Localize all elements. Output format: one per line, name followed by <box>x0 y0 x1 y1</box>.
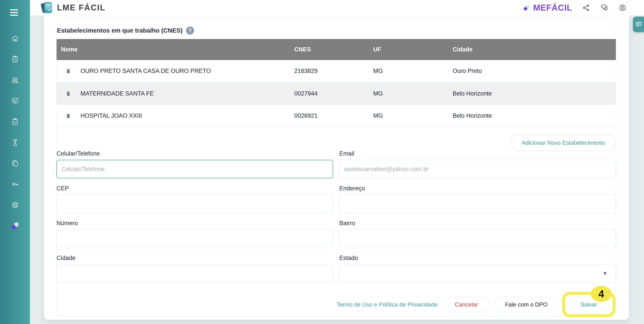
estado-select[interactable]: ▼ <box>339 264 616 283</box>
main-panel: Estabelecimentos em que trabalho (CNES) … <box>44 15 629 320</box>
email-input[interactable] <box>339 160 616 178</box>
field-endereco: Endereço <box>339 185 616 213</box>
header-actions: MEFÁCIL <box>522 3 627 13</box>
form-footer: Termo de Uso e Política de Privacidade C… <box>337 292 616 317</box>
cidade-input[interactable] <box>56 264 333 283</box>
presentation-chart-icon <box>11 97 19 105</box>
app-logo: LME FÁCIL <box>40 1 106 14</box>
column-header: UF <box>373 46 452 53</box>
field-label: Cidade <box>56 255 333 262</box>
establishment-name: OURO PRETO SANTA CASA DE OURO PRETO <box>80 68 211 74</box>
trash-icon[interactable] <box>66 90 71 97</box>
add-establishment-button[interactable]: Adicionar Novo Estabelecimento <box>511 135 616 151</box>
trash-icon[interactable] <box>66 68 71 74</box>
establishment-uf: MG <box>373 68 452 74</box>
clipboard-list-icon <box>11 55 19 63</box>
home-icon <box>11 34 19 42</box>
establishment-uf: MG <box>373 90 452 97</box>
establishment-uf: MG <box>373 112 452 119</box>
pill-icon <box>9 220 21 232</box>
field-cep: CEP <box>56 185 333 213</box>
field-label: CEP <box>56 185 333 192</box>
sidebar-item-mefacil[interactable] <box>9 219 22 232</box>
sidebar-item-history[interactable] <box>9 136 22 149</box>
hourglass-icon <box>11 138 19 146</box>
establishment-name: HOSPITAL JOAO XXIII <box>80 112 142 119</box>
sidebar-nav <box>9 32 22 232</box>
field-label: Endereço <box>339 185 616 192</box>
account-icon[interactable] <box>618 3 627 12</box>
cep-input[interactable] <box>56 195 333 213</box>
establishment-city: Belo Horizonte <box>452 90 616 97</box>
cancel-button[interactable]: Cancelar <box>442 297 490 312</box>
establishment-city: Belo Horizonte <box>452 112 616 119</box>
documents-icon <box>11 159 19 167</box>
sidebar-item-tasks[interactable] <box>9 115 22 128</box>
share-icon[interactable] <box>582 3 590 12</box>
table-row: MATERNIDADE SANTA FE 0027944 MG Belo Hor… <box>56 82 616 105</box>
messages-icon[interactable] <box>600 3 608 12</box>
mefacil-logo: MEFÁCIL <box>522 3 572 13</box>
field-email: Email <box>339 150 616 178</box>
field-cidade: Cidade <box>56 255 333 283</box>
field-numero: Número <box>56 220 333 248</box>
pill-icon <box>522 3 531 12</box>
field-label: Número <box>56 220 333 227</box>
bairro-input[interactable] <box>339 229 616 248</box>
annotation-badge: 4 <box>591 286 612 302</box>
key-icon <box>11 180 19 188</box>
column-header: Nome <box>56 46 294 53</box>
menu-icon[interactable] <box>10 8 20 17</box>
establishment-cnes: 0026921 <box>294 112 373 119</box>
column-header: Cidade <box>452 46 616 53</box>
section-header: Estabelecimentos em que trabalho (CNES) … <box>57 26 194 34</box>
field-label: Estado <box>339 255 616 262</box>
celular-input[interactable] <box>56 160 333 178</box>
brand-name: MEFÁCIL <box>533 3 572 13</box>
sidebar-item-reports[interactable] <box>9 94 22 107</box>
trash-icon[interactable] <box>66 113 71 119</box>
terms-link[interactable]: Termo de Uso e Política de Privacidade <box>337 301 438 308</box>
top-header: LME FÁCIL MEFÁCIL <box>30 0 644 15</box>
annotation-highlight: Salvar 4 <box>562 292 616 317</box>
field-label: Email <box>339 150 616 157</box>
sidebar-item-home[interactable] <box>9 32 22 45</box>
establishment-cnes: 2163829 <box>294 68 373 74</box>
document-check-icon <box>40 1 54 14</box>
clipboard-check-icon <box>11 118 19 126</box>
chat-widget-button[interactable] <box>633 17 644 32</box>
dpo-button[interactable]: Fale com o DPO <box>494 297 558 312</box>
field-bairro: Bairro <box>339 220 616 248</box>
field-estado: Estado ▼ <box>339 255 616 283</box>
sidebar-item-prescriptions[interactable] <box>9 53 22 66</box>
profile-card: Estabelecimentos em que trabalho (CNES) … <box>56 17 616 317</box>
app-name: LME FÁCIL <box>57 3 106 12</box>
table-row: HOSPITAL JOAO XXIII 0026921 MG Belo Hori… <box>56 105 616 127</box>
chevron-down-icon: ▼ <box>602 271 608 276</box>
numero-input[interactable] <box>56 229 333 248</box>
sidebar <box>0 0 30 324</box>
app-root: LME FÁCIL MEFÁCIL Estabelecimentos em q <box>0 0 644 324</box>
field-label: Bairro <box>339 220 616 227</box>
section-title: Estabelecimentos em que trabalho (CNES) <box>57 27 182 34</box>
endereco-input[interactable] <box>339 195 616 213</box>
table-header-row: Nome CNES UF Cidade <box>56 39 616 60</box>
chat-bubble-icon <box>635 21 642 28</box>
users-icon <box>11 76 19 84</box>
table-row: OURO PRETO SANTA CASA DE OURO PRETO 2163… <box>56 60 616 82</box>
sidebar-item-access[interactable] <box>9 178 22 191</box>
field-celular: Celular/Telefone <box>56 150 333 178</box>
establishment-cnes: 0027944 <box>294 90 373 97</box>
establishment-name: MATERNIDADE SANTA FE <box>80 90 154 97</box>
establishments-table: Nome CNES UF Cidade OURO PRETO SANTA CAS… <box>56 39 616 127</box>
sidebar-item-support[interactable] <box>9 199 22 211</box>
contact-form: Celular/Telefone Email CEP Endereço Núme… <box>56 150 616 290</box>
sidebar-item-patients[interactable] <box>9 74 22 86</box>
column-header: CNES <box>294 46 373 53</box>
field-label: Celular/Telefone <box>56 150 333 157</box>
establishment-city: Ouro Preto <box>452 68 616 74</box>
help-icon[interactable]: ? <box>186 26 194 34</box>
lifebuoy-icon <box>11 201 19 209</box>
sidebar-item-documents[interactable] <box>9 157 22 170</box>
